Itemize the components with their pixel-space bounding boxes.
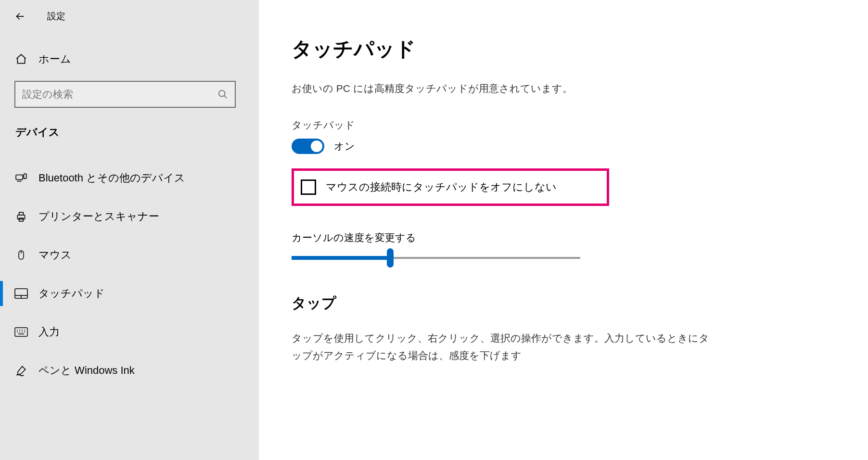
main-content: タッチパッド お使いの PC には高精度タッチパッドが用意されています。 タッチ… xyxy=(259,0,868,460)
slider-fill xyxy=(292,256,391,260)
leave-touchpad-on-label: マウスの接続時にタッチパッドをオフにしない xyxy=(326,180,557,194)
sidebar-section-label: デバイス xyxy=(0,108,259,149)
leave-touchpad-on-checkbox[interactable] xyxy=(301,179,316,195)
toggle-thumb xyxy=(311,141,322,152)
slider-thumb xyxy=(387,248,394,268)
precision-touchpad-desc: お使いの PC には高精度タッチパッドが用意されています。 xyxy=(292,82,835,95)
app-title: 設定 xyxy=(47,10,65,23)
devices-icon xyxy=(14,172,28,184)
keyboard-icon xyxy=(14,327,28,337)
printer-icon xyxy=(14,210,28,223)
sidebar-item-mouse[interactable]: マウス xyxy=(0,236,259,274)
svg-point-0 xyxy=(219,90,225,97)
svg-rect-8 xyxy=(15,328,27,336)
svg-rect-4 xyxy=(19,212,24,215)
home-icon xyxy=(14,53,28,65)
topbar: 設定 xyxy=(0,0,259,33)
sidebar-item-home[interactable]: ホーム xyxy=(0,42,259,76)
cursor-speed-slider[interactable] xyxy=(292,256,580,260)
svg-rect-3 xyxy=(17,215,25,219)
mouse-icon xyxy=(14,249,28,261)
search-input[interactable] xyxy=(22,89,217,100)
nav-label: Bluetooth とその他のデバイス xyxy=(38,171,185,185)
toggle-state-label: オン xyxy=(334,140,355,153)
back-button[interactable] xyxy=(13,10,27,23)
svg-rect-5 xyxy=(19,218,24,221)
sidebar-item-printers[interactable]: プリンターとスキャナー xyxy=(0,197,259,236)
nav-label: プリンターとスキャナー xyxy=(38,209,159,224)
nav-label: タッチパッド xyxy=(38,286,105,301)
search-icon xyxy=(217,89,228,100)
touchpad-toggle[interactable] xyxy=(292,139,324,154)
highlight-annotation: マウスの接続時にタッチパッドをオフにしない xyxy=(292,168,609,206)
sidebar-item-typing[interactable]: 入力 xyxy=(0,313,259,351)
touchpad-icon xyxy=(14,288,28,299)
touchpad-toggle-label: タッチパッド xyxy=(292,118,835,132)
tap-section-title: タップ xyxy=(292,294,835,313)
sidebar-item-touchpad[interactable]: タッチパッド xyxy=(0,274,259,313)
tap-section-desc: タップを使用してクリック、右クリック、選択の操作ができます。入力しているときにタ… xyxy=(292,330,715,364)
svg-rect-2 xyxy=(24,174,26,179)
cursor-speed-label: カーソルの速度を変更する xyxy=(292,231,835,244)
search-box[interactable] xyxy=(14,81,236,108)
pen-icon xyxy=(14,364,28,377)
nav-list: Bluetooth とその他のデバイス プリンターとスキャナー マウス xyxy=(0,159,259,390)
nav-label: マウス xyxy=(38,248,72,262)
nav-label: ペンと Windows Ink xyxy=(38,363,135,378)
page-title: タッチパッド xyxy=(292,36,835,63)
home-label: ホーム xyxy=(38,52,71,66)
sidebar-item-pen[interactable]: ペンと Windows Ink xyxy=(0,351,259,390)
sidebar: 設定 ホーム デバイス xyxy=(0,0,259,460)
svg-rect-1 xyxy=(16,175,23,180)
nav-label: 入力 xyxy=(38,325,60,339)
arrow-left-icon xyxy=(14,10,26,23)
sidebar-item-bluetooth[interactable]: Bluetooth とその他のデバイス xyxy=(0,159,259,197)
